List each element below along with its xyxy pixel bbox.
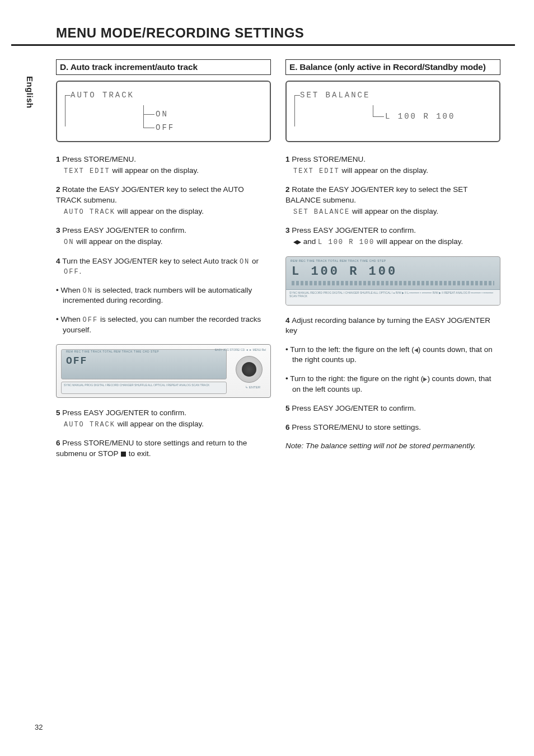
triangle-left-icon (414, 348, 418, 353)
device-illustration-off: REM REC TIME TRACK TOTAL REM TRACK TIME … (56, 344, 271, 398)
step-e4: 4 Adjust recording balance by turning th… (285, 316, 500, 336)
step-d5: 5 Press EASY JOG/ENTER to confirm. AUTO … (56, 408, 271, 429)
step-e1: 1 Press STORE/MENU. TEXT EDIT will appea… (285, 154, 500, 176)
step-e6: 6 Press STORE/MENU to store settings. (285, 422, 500, 433)
display-top-label: AUTO TRACK (71, 91, 134, 100)
triangle-left-icon (293, 240, 297, 245)
bullet-d-off: When OFF is selected, you can number the… (56, 314, 271, 335)
step-d3: 3 Press EASY JOG/ENTER to confirm. ON wi… (56, 226, 271, 247)
display-balance-label: SET BALANCE (300, 91, 370, 100)
step-d4: 4 Turn the EASY JOG/ENTER key to select … (56, 256, 271, 276)
stop-icon (121, 452, 126, 457)
step-d2: 2 Rotate the EASY JOG/ENTER key to selec… (56, 185, 271, 217)
triangle-right-icon (297, 240, 301, 245)
display-option-on: ON (156, 110, 168, 119)
step-e2: 2 Rotate the EASY JOG/ENTER key to selec… (285, 185, 500, 217)
language-tab: English (27, 72, 39, 128)
title-rule (11, 44, 515, 46)
easy-jog-icon (236, 356, 263, 383)
column-left: D. Auto track increment/auto track AUTO … (56, 59, 271, 468)
section-d-header: D. Auto track increment/auto track (56, 59, 271, 75)
step-e3: 3 Press EASY JOG/ENTER to confirm. and L… (285, 226, 500, 247)
display-auto-track: AUTO TRACK ON OFF (56, 81, 271, 142)
lcd-balance-illustration: REM REC TIME TRACK TOTAL REM TRACK TIME … (285, 256, 500, 306)
page-number: 32 (35, 723, 43, 731)
balance-note: Note: The balance setting will not be st… (285, 442, 500, 450)
display-balance-value: L 100 R 100 (385, 112, 455, 121)
page-title: MENU MODE/RECORDING SETTINGS (56, 25, 500, 41)
section-e-header: E. Balance (only active in Record/Standb… (285, 59, 500, 75)
bullet-d-on: When ON is selected, track numbers will … (56, 285, 271, 306)
step-d6: 6 Press STORE/MENU to store settings and… (56, 438, 271, 458)
bullet-e-left: Turn to the left: the figure on the left… (285, 345, 500, 365)
bullet-e-right: Turn to the right: the figure on the rig… (285, 374, 500, 394)
step-d1: 1 Press STORE/MENU. TEXT EDIT will appea… (56, 154, 271, 176)
display-set-balance: SET BALANCE L 100 R 100 (285, 81, 500, 142)
display-option-off: OFF (156, 123, 175, 132)
step-e5: 5 Press EASY JOG/ENTER to confirm. (285, 403, 500, 414)
language-label: English (25, 76, 35, 88)
column-right: E. Balance (only active in Record/Standb… (285, 59, 500, 468)
